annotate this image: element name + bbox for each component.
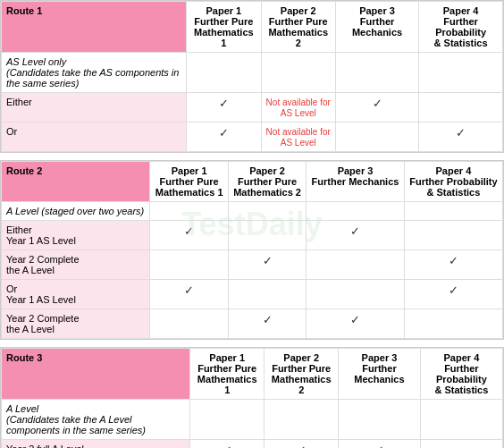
- route2-year2-or-row: Year 2 Completethe A Level ✓ ✓: [2, 309, 503, 339]
- route2-either-label: EitherYear 1 AS Level: [2, 221, 150, 250]
- route1-or-p1: ✓: [187, 123, 261, 152]
- route3-paper4-header: Paper 4Further Probability& Statistics: [420, 349, 502, 400]
- route2-either-p2: [228, 221, 306, 250]
- route1-desc: AS Level only(Candidates take the AS com…: [2, 53, 187, 93]
- route2-section: Route 2 Paper 1Further PureMathematics 1…: [0, 160, 504, 340]
- route2-or-p3: [307, 280, 405, 309]
- route3-year2-p2: ✓: [265, 440, 339, 449]
- route1-or-label: Or: [2, 123, 187, 152]
- route1-or-p2: Not available forAS Level: [261, 123, 335, 152]
- route3-paper1-header: Paper 1Further PureMathematics 1: [190, 349, 265, 400]
- route2-year2-either-label: Year 2 Completethe A Level: [2, 250, 150, 280]
- route2-or-label: OrYear 1 AS Level: [2, 280, 150, 309]
- route2-year2-or-p2: ✓: [228, 309, 306, 339]
- route2-year2-or-p1: [150, 309, 228, 339]
- route1-or-row: Or ✓ Not available forAS Level ✓: [2, 123, 503, 152]
- route1-paper4-header: Paper 4Further Probability& Statistics: [419, 2, 503, 53]
- route2-or-row: OrYear 1 AS Level ✓ ✓: [2, 280, 503, 309]
- route1-either-p4: [419, 93, 503, 123]
- route1-either-row: Either ✓ Not available forAS Level ✓: [2, 93, 503, 123]
- route2-either-p3: ✓: [307, 221, 405, 250]
- route2-year2-either-p3: [307, 250, 405, 280]
- route2-year2-or-label: Year 2 Completethe A Level: [2, 309, 150, 339]
- route2-year2-either-p2: ✓: [228, 250, 306, 280]
- route1-or-p4: ✓: [419, 123, 503, 152]
- route1-either-p1: ✓: [187, 93, 261, 123]
- route2-either-p4: [404, 221, 502, 250]
- route1-paper3-header: Paper 3Further Mechanics: [335, 2, 418, 53]
- route2-or-p2: [228, 280, 306, 309]
- route3-desc: A Level(Candidates take the A Level comp…: [2, 400, 190, 440]
- route3-section: Route 3 Paper 1Further PureMathematics 1…: [0, 347, 504, 448]
- route1-either-p3: ✓: [335, 93, 418, 123]
- route2-paper4-header: Paper 4Further Probability& Statistics: [404, 162, 502, 202]
- route1-either-p2: Not available forAS Level: [261, 93, 335, 123]
- route3-paper3-header: Paper 3Further Mechanics: [339, 349, 421, 400]
- route2-year2-either-p1: [150, 250, 228, 280]
- route2-or-p4: ✓: [404, 280, 502, 309]
- route1-paper1-header: Paper 1Further PureMathematics 1: [187, 2, 261, 53]
- route3-year2-p3: ✓: [339, 440, 421, 449]
- route3-year2-p4: [420, 440, 502, 449]
- route3-title: Route 3: [2, 349, 190, 400]
- route1-either-label: Either: [2, 93, 187, 123]
- route1-title: Route 1: [2, 2, 187, 53]
- route2-either-p1: ✓: [150, 221, 228, 250]
- route2-year2-either-p4: ✓: [404, 250, 502, 280]
- route3-paper2-header: Paper 2Further PureMathematics 2: [265, 349, 339, 400]
- route2-paper3-header: Paper 3Further Mechanics: [307, 162, 405, 202]
- route3-year2-label: Year 2 full A Level: [2, 440, 190, 449]
- route2-desc: A Level (staged over two years): [2, 202, 150, 221]
- route2-or-p1: ✓: [150, 280, 228, 309]
- route3-year2-row: Year 2 full A Level ✓ ✓ ✓: [2, 440, 503, 449]
- route2-year2-either-row: Year 2 Completethe A Level ✓ ✓: [2, 250, 503, 280]
- route2-title: Route 2: [2, 162, 150, 202]
- route2-paper1-header: Paper 1Further PureMathematics 1: [150, 162, 228, 202]
- route2-paper2-header: Paper 2Further PureMathematics 2: [228, 162, 306, 202]
- route2-year2-or-p4: [404, 309, 502, 339]
- route1-section: Route 1 Paper 1Further PureMathematics 1…: [0, 0, 504, 153]
- route1-or-p3: [335, 123, 418, 152]
- route3-year2-p1: ✓: [190, 440, 265, 449]
- route2-either-row: EitherYear 1 AS Level ✓ ✓: [2, 221, 503, 250]
- route1-paper2-header: Paper 2Further PureMathematics 2: [261, 2, 335, 53]
- route2-year2-or-p3: ✓: [307, 309, 405, 339]
